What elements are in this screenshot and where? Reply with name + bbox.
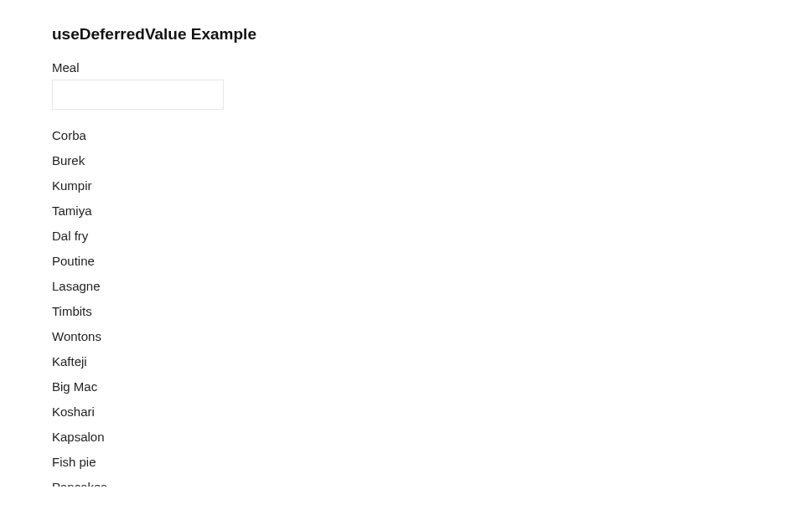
page-title: useDeferredValue Example (52, 25, 812, 44)
meal-label: Meal (52, 60, 812, 75)
meal-input[interactable] (52, 80, 224, 110)
list-item: Burek (52, 148, 777, 173)
meal-list[interactable]: Corba Burek Kumpir Tamiya Dal fry Poutin… (52, 118, 777, 487)
list-item: Kapsalon (52, 425, 777, 450)
list-item: Fish pie (52, 450, 777, 475)
page-container: useDeferredValue Example Meal Corba Bure… (0, 0, 812, 510)
list-item: Dal fry (52, 224, 777, 249)
list-item: Tamiya (52, 198, 777, 224)
list-item: Corba (52, 123, 777, 148)
list-item: Timbits (52, 299, 777, 324)
input-wrapper (52, 80, 812, 110)
list-item: Pancakes (52, 475, 777, 487)
list-item: Lasagne (52, 274, 777, 299)
list-item: Poutine (52, 249, 777, 274)
list-item: Wontons (52, 324, 777, 349)
list-item: Big Mac (52, 374, 777, 399)
list-item: Kafteji (52, 349, 777, 374)
list-item: Koshari (52, 399, 777, 425)
list-item: Kumpir (52, 173, 777, 198)
